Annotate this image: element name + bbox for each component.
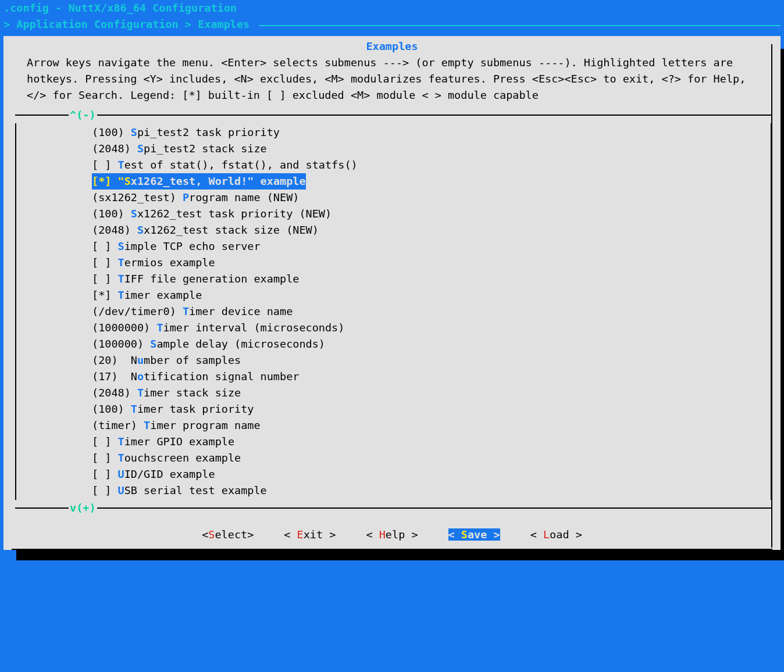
menu-item-prefix: [ ] <box>92 157 118 173</box>
menu-item-hotkey: T <box>156 320 163 336</box>
menu-item-prefix: [ ] <box>92 482 118 499</box>
menu-item-label: rogram name (NEW) <box>189 190 299 206</box>
menu-item-hotkey: u <box>137 352 144 369</box>
menu-item[interactable]: (2048) Timer stack size <box>92 385 771 401</box>
menu-item-hotkey: T <box>131 401 137 417</box>
menu-item-hotkey: T <box>118 287 124 303</box>
menu-item-label: x1262_test task priority (NEW) <box>137 206 332 222</box>
menu-item-hotkey: "S <box>118 173 131 190</box>
breadcrumb-bar: > Application Configuration > Examples <box>0 16 784 33</box>
menu-item-label: imer device name <box>189 303 293 320</box>
menu-item[interactable]: [ ] Touchscreen example <box>92 450 771 466</box>
scroll-down-indicator[interactable]: v(+) <box>69 500 97 516</box>
menu-item-label: ample delay (microseconds) <box>156 336 325 352</box>
menu-item-hotkey: o <box>137 369 144 385</box>
menu-item-prefix: [ ] <box>92 255 118 271</box>
menu-item-hotkey: T <box>118 434 124 450</box>
breadcrumb: > Application Configuration > Examples <box>3 16 256 33</box>
menu-item[interactable]: [ ] USB serial test example <box>92 482 771 499</box>
menu-border-bottom: v(+) <box>15 500 772 516</box>
menu-item-prefix: [ ] <box>92 238 118 255</box>
select-button[interactable]: <Select> <box>202 527 254 543</box>
menu-item-label: imer stack size <box>144 385 241 401</box>
menu-item-label: imer interval (microseconds) <box>163 320 345 336</box>
menu-item-label: SB serial test example <box>124 482 267 499</box>
menu-item[interactable]: (2048) Spi_test2 stack size <box>92 141 771 157</box>
menu-item-prefix: (100) <box>92 206 131 222</box>
help-text: Arrow keys navigate the menu. <Enter> se… <box>27 55 757 103</box>
menu-item-label: imer task priority <box>137 401 254 417</box>
menu-item-label: mber of samples <box>144 352 241 369</box>
menu-item-prefix: (1000000) <box>92 320 156 336</box>
menu-item[interactable]: (100) Timer task priority <box>92 401 771 417</box>
menu-item[interactable]: [ ] UID/GID example <box>92 466 771 482</box>
menu-item[interactable]: [ ] Simple TCP echo server <box>92 238 771 255</box>
menu-item[interactable]: (1000000) Timer interval (microseconds) <box>92 320 771 336</box>
panel-border-bottom <box>12 549 772 550</box>
menu-item[interactable]: (/dev/timer0) Timer device name <box>92 303 771 320</box>
menu-item-prefix: (2048) <box>92 141 137 157</box>
menu-item-label: ID/GID example <box>124 466 215 482</box>
menu-item[interactable]: (100000) Sample delay (microseconds) <box>92 336 771 352</box>
menu-item-hotkey: S <box>150 336 156 352</box>
menu-item[interactable]: (sx1262_test) Program name (NEW) <box>92 190 771 206</box>
menu-item-hotkey: T <box>183 303 189 320</box>
help-button[interactable]: < Help > <box>366 527 418 543</box>
menu-item-prefix: [ ] <box>92 450 118 466</box>
config-title: .config - NuttX/x86_64 Configuration <box>0 0 784 16</box>
menu-item-hotkey: T <box>144 417 150 434</box>
menu-item-label: x1262_test stack size (NEW) <box>144 222 319 238</box>
menu-item-label: est of stat(), fstat(), and statfs() <box>124 157 358 173</box>
save-button[interactable]: < Save > <box>448 527 500 543</box>
menu-item-prefix: (100) <box>92 124 131 141</box>
exit-button[interactable]: < Exit > <box>284 527 336 543</box>
menu-item-prefix: (2048) <box>92 385 137 401</box>
load-button[interactable]: < Load > <box>530 527 582 543</box>
menu-item-hotkey: S <box>131 206 137 222</box>
menu-border-top: ^(-) <box>15 107 772 123</box>
menu-item[interactable]: [ ] TIFF file generation example <box>92 271 771 287</box>
menu-item-prefix: (20) N <box>92 352 137 369</box>
menu-item-hotkey: T <box>118 157 124 173</box>
menu-item-prefix: (sx1262_test) <box>92 190 183 206</box>
menu-item-prefix: [*] <box>92 287 118 303</box>
menu-item-prefix: (/dev/timer0) <box>92 303 183 320</box>
menu-item-hotkey: U <box>118 466 124 482</box>
menu-item-hotkey: T <box>118 255 124 271</box>
breadcrumb-rule <box>259 25 781 26</box>
menu-item[interactable]: (100) Spi_test2 task priority <box>92 124 771 141</box>
menu-item-hotkey: T <box>137 385 144 401</box>
menu-item[interactable]: [ ] Termios example <box>92 255 771 271</box>
menu-item-prefix: (100) <box>92 401 131 417</box>
menu-item[interactable]: (20) Number of samples <box>92 352 771 369</box>
menu-item[interactable]: (timer) Timer program name <box>92 417 771 434</box>
menu-item[interactable]: (2048) Sx1262_test stack size (NEW) <box>92 222 771 238</box>
menu-item[interactable]: (100) Sx1262_test task priority (NEW) <box>92 206 771 222</box>
menu-item[interactable]: [*] Timer example <box>92 287 771 303</box>
menu-item[interactable]: [ ] Timer GPIO example <box>92 434 771 450</box>
menu-item-label: ouchscreen example <box>124 450 241 466</box>
menu-item-prefix: [ ] <box>92 466 118 482</box>
main-panel: Examples Arrow keys navigate the menu. <… <box>3 36 781 550</box>
menu-list[interactable]: (100) Spi_test2 task priority(2048) Spi_… <box>15 123 772 500</box>
scroll-up-indicator[interactable]: ^(-) <box>69 107 97 123</box>
menu-item-prefix: [*] <box>92 173 118 190</box>
menu-item-label: x1262_test, World!" example <box>131 173 306 190</box>
menu-item-hotkey: S <box>118 238 124 255</box>
menu-box: ^(-) (100) Spi_test2 task priority(2048)… <box>15 107 772 516</box>
menu-item-hotkey: U <box>118 482 124 499</box>
menu-item-label: imer GPIO example <box>124 434 234 450</box>
button-row: <Select> < Exit > < Help > < Save > < Lo… <box>27 516 757 545</box>
menu-item-label: imple TCP echo server <box>124 238 261 255</box>
menu-item-prefix: (2048) <box>92 222 137 238</box>
panel-title: Examples <box>27 38 757 55</box>
menu-item-label: ermios example <box>124 255 215 271</box>
menu-item-prefix: [ ] <box>92 434 118 450</box>
menu-item-label: imer program name <box>150 417 260 434</box>
menu-item[interactable]: [*] "Sx1262_test, World!" example <box>92 173 771 190</box>
menu-item-hotkey: S <box>137 222 144 238</box>
menu-item-hotkey: S <box>137 141 144 157</box>
menu-item[interactable]: [ ] Test of stat(), fstat(), and statfs(… <box>92 157 771 173</box>
menu-item-hotkey: T <box>118 450 124 466</box>
menu-item[interactable]: (17) Notification signal number <box>92 369 771 385</box>
